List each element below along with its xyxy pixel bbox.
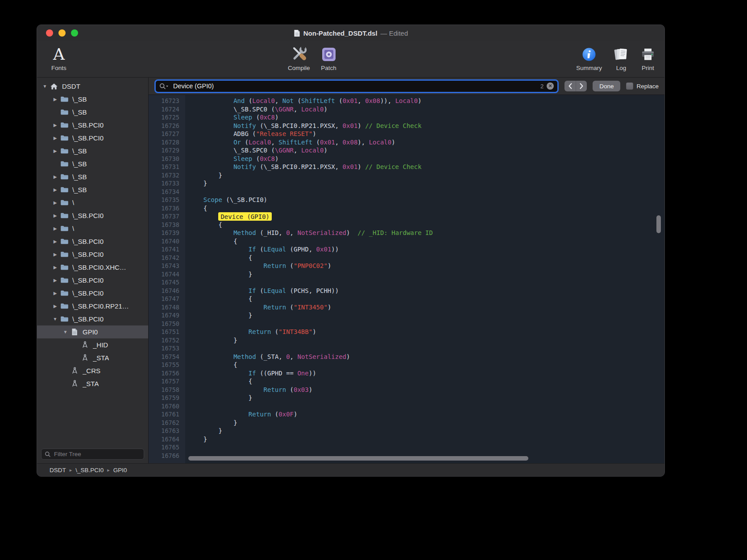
filter-tree-input[interactable] [53, 450, 141, 458]
horizontal-scrollbar[interactable] [188, 456, 528, 461]
minimize-button[interactable] [58, 29, 66, 37]
disclosure-triangle-icon[interactable]: ▶ [51, 300, 59, 313]
code-text: Notify (\_SB.PCI0.RP21.PXSX, 0x01) // De… [185, 163, 422, 171]
line-number: 16724 [149, 105, 185, 114]
disclosure-triangle-icon[interactable]: ▶ [51, 170, 59, 183]
disclosure-triangle-icon[interactable]: ▶ [51, 93, 59, 106]
tree-item-sb-pci0-rp21[interactable]: ▶\_SB.PCI0.RP21… [37, 300, 148, 313]
compile-button[interactable]: Compile [288, 45, 310, 71]
disclosure-triangle-icon[interactable]: ▶ [51, 209, 59, 222]
folder-icon [59, 199, 69, 206]
find-next-button[interactable] [576, 81, 587, 91]
log-pages-icon [614, 45, 629, 64]
disclosure-triangle-icon[interactable]: ▶ [51, 119, 59, 132]
code-token [188, 229, 233, 236]
code-text [185, 452, 188, 460]
patch-button[interactable]: Patch [321, 45, 337, 71]
summary-button[interactable]: Summary [576, 45, 602, 71]
code-token: { [188, 221, 222, 228]
tree-item-[interactable]: ▶\ [37, 222, 148, 235]
fonts-button[interactable]: A Fonts [44, 45, 74, 71]
tree-item-sb-pci0[interactable]: ▶\_SB.PCI0 [37, 287, 148, 300]
disclosure-triangle-icon[interactable]: ▶ [51, 274, 59, 287]
tree-item-sb-pci0[interactable]: ▶\_SB.PCI0 [37, 119, 148, 132]
code-token: Method [233, 229, 256, 236]
find-search-field[interactable]: 2 ✕ [154, 79, 559, 93]
code-token: , [290, 229, 298, 236]
clear-search-button[interactable]: ✕ [547, 82, 554, 90]
print-button[interactable]: Print [640, 45, 656, 71]
disclosure-triangle-icon[interactable]: ▶ [51, 248, 59, 261]
disclosure-triangle-icon[interactable]: ▶ [51, 235, 59, 248]
code-token [188, 328, 249, 335]
folder-icon [59, 264, 69, 271]
disclosure-triangle-icon[interactable]: ▼ [41, 80, 49, 93]
line-number: 16728 [149, 138, 185, 147]
tree-item-sb[interactable]: \_SB [37, 157, 148, 170]
code-token [188, 304, 264, 311]
tree-item-label: \_SB.PCI0.XHC… [72, 264, 126, 271]
disclosure-triangle-icon[interactable]: ▼ [61, 325, 70, 338]
tree-item-sta[interactable]: _STA [37, 377, 148, 390]
search-menu-icon[interactable] [159, 83, 169, 90]
disclosure-triangle-icon[interactable]: ▶ [51, 183, 59, 196]
tree-item-[interactable]: ▶\ [37, 196, 148, 209]
tree-item-sb-pci0[interactable]: ▼\_SB.PCI0 [37, 313, 148, 325]
tree-item-sb[interactable]: ▶\_SB [37, 183, 148, 196]
tree-item-sb-pci0[interactable]: ▶\_SB.PCI0 [37, 274, 148, 287]
code-token [188, 386, 264, 393]
tree-item-sb[interactable]: \_SB [37, 106, 148, 119]
tree-item-gpi0[interactable]: ▼GPI0 [37, 325, 148, 338]
code-line: 16748 Return ("INT3450") [149, 303, 664, 312]
tree-item-sb-pci0-xhc[interactable]: ▶\_SB.PCI0.XHC… [37, 261, 148, 274]
log-button[interactable]: Log [614, 45, 629, 71]
tree-item-sb[interactable]: ▶\_SB [37, 93, 148, 106]
tree-item-sb-pci0[interactable]: ▶\_SB.PCI0 [37, 209, 148, 222]
tree-item-label: \_SB.PCI0.RP21… [72, 302, 129, 310]
close-button[interactable] [46, 29, 53, 37]
done-button[interactable]: Done [593, 81, 620, 91]
code-editor[interactable]: 16723 And (Local0, Not (ShiftLeft (0x01,… [149, 95, 664, 463]
code-token [188, 287, 249, 294]
vertical-scrollbar[interactable] [656, 215, 661, 233]
disclosure-triangle-icon[interactable]: ▶ [51, 261, 59, 274]
tree-item-hid[interactable]: _HID [37, 338, 148, 351]
tree-item-sb[interactable]: ▶\_SB [37, 170, 148, 183]
find-input[interactable] [172, 82, 537, 90]
tree-item-sb-pci0[interactable]: ▶\_SB.PCI0 [37, 248, 148, 261]
disclosure-triangle-icon[interactable]: ▶ [51, 144, 59, 157]
zoom-button[interactable] [71, 29, 78, 37]
tree-item-sb-pci0[interactable]: ▶\_SB.PCI0 [37, 132, 148, 144]
filter-tree-field[interactable] [41, 449, 144, 460]
disclosure-triangle-icon[interactable]: ▶ [51, 196, 59, 209]
tree-item-crs[interactable]: _CRS [37, 364, 148, 377]
code-token: (GPHD, [286, 246, 316, 253]
line-number: 16732 [149, 171, 185, 180]
code-line: 16744 } [149, 270, 664, 279]
line-number: 16734 [149, 188, 185, 196]
folder-icon [59, 212, 69, 219]
tree-item-sb-pci0[interactable]: ▶\_SB.PCI0 [37, 235, 148, 248]
code-token: LEqual [264, 246, 286, 253]
code-token: Return [264, 262, 286, 269]
disclosure-triangle-icon[interactable]: ▶ [51, 132, 59, 144]
code-token: NotSerialized [297, 229, 346, 236]
disclosure-triangle-icon[interactable]: ▶ [51, 222, 59, 235]
disclosure-triangle-icon[interactable]: ▶ [51, 287, 59, 300]
code-token: ) [312, 130, 316, 137]
code-line: 16752 } [149, 336, 664, 345]
tree-item-sta[interactable]: _STA [37, 351, 148, 364]
disclosure-triangle-icon[interactable]: ▼ [51, 313, 59, 325]
replace-toggle[interactable]: Replace [626, 82, 659, 90]
code-token: And [233, 97, 245, 104]
find-previous-button[interactable] [564, 81, 576, 91]
code-text [185, 402, 188, 411]
replace-checkbox[interactable] [626, 82, 633, 90]
tree-item-sb[interactable]: ▶\_SB [37, 144, 148, 157]
code-token: { [188, 295, 252, 302]
tree-item-dsdt[interactable]: ▼DSDT [37, 80, 148, 93]
code-line: 16755 { [149, 361, 664, 369]
code-token [188, 411, 249, 418]
titlebar[interactable]: Non-Patched_DSDT.dsl — Edited [37, 25, 664, 41]
code-token: ( [252, 155, 260, 162]
